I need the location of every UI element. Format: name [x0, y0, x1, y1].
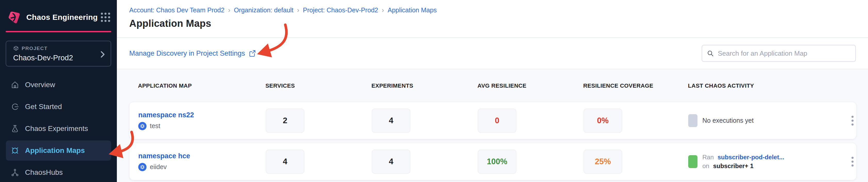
sidebar-item-get-started[interactable]: Get Started [6, 97, 111, 117]
module-grid-icon[interactable] [101, 12, 110, 22]
activity-ran-label: Ran [703, 154, 714, 161]
activity-target: subscriber+ 1 [713, 162, 753, 170]
manage-discovery-link[interactable]: Manage Discovery in Project Settings [129, 50, 256, 58]
table-row[interactable]: namespace ns22 test 2 4 0 0% No executi [129, 102, 857, 139]
column-header-last-chaos-activity: LAST CHAOS ACTIVITY [688, 83, 838, 89]
brand-underline [6, 31, 111, 32]
experiments-count: 4 [372, 150, 410, 174]
app-title: Chaos Engineering [26, 13, 98, 22]
column-header-resilience-coverage: RESILIENCE COVERAGE [583, 83, 688, 89]
table-row[interactable]: namespace hce eiidev 4 4 100% 25% [129, 143, 857, 180]
breadcrumb-separator: › [228, 6, 230, 14]
harness-chaos-logo-icon [7, 10, 21, 25]
application-map-link[interactable]: namespace ns22 [138, 111, 194, 119]
breadcrumb: Account: Chaos Dev Team Prod2 › Organiza… [129, 6, 868, 14]
chevron-right-icon [100, 51, 105, 58]
sidebar-item-chaos-experiments[interactable]: Chaos Experiments [6, 119, 111, 139]
toolbar: Manage Discovery in Project Settings [117, 38, 868, 69]
page-title: Application Maps [129, 18, 868, 29]
kubernetes-icon [138, 122, 147, 130]
get-started-icon [10, 102, 20, 111]
environment-name: test [150, 122, 160, 130]
project-label: PROJECT [22, 46, 48, 51]
search-icon [707, 50, 714, 57]
activity-experiment-link[interactable]: subscriber-pod-delet... [718, 154, 784, 161]
application-map-cell: namespace hce eiidev [138, 152, 266, 171]
environment-name: eiidev [150, 163, 167, 171]
last-chaos-activity-cell: No executions yet [688, 114, 838, 127]
sidebar-item-application-maps[interactable]: Application Maps [6, 141, 111, 161]
sidebar-item-label: Overview [25, 81, 55, 89]
breadcrumb-separator: › [382, 6, 384, 14]
project-name: Chaos-Dev-Prod2 [13, 54, 106, 62]
activity-text: No executions yet [703, 117, 754, 124]
resilience-coverage-value: 0% [584, 109, 622, 133]
services-count: 2 [266, 109, 304, 133]
cube-icon [13, 46, 19, 51]
external-link-icon [248, 50, 256, 57]
breadcrumb-application-maps[interactable]: Application Maps [388, 6, 437, 14]
search-input[interactable] [718, 50, 851, 58]
application-map-link[interactable]: namespace hce [138, 152, 190, 160]
kubernetes-icon [138, 163, 147, 171]
sidebar: Chaos Engineering PROJECT Chaos-Dev-Prod… [0, 0, 117, 182]
breadcrumb-project[interactable]: Project: Chaos-Dev-Prod2 [303, 6, 378, 14]
activity-status-swatch [688, 114, 698, 127]
sidebar-item-label: ChaosHubs [25, 168, 63, 177]
services-count: 4 [266, 150, 304, 174]
activity-status-swatch [688, 155, 698, 168]
column-header-avg-resilience: AVG RESILIENCE [477, 83, 583, 89]
sidebar-item-label: Application Maps [25, 146, 85, 155]
activity-on-label: on [703, 162, 709, 170]
home-icon [10, 80, 20, 89]
application-map-cell: namespace ns22 test [138, 111, 266, 130]
column-header-services: SERVICES [266, 83, 371, 89]
sidebar-nav: Overview Get Started Chaos Experiments [0, 75, 117, 182]
application-maps-icon [10, 146, 20, 155]
page-header: Account: Chaos Dev Team Prod2 › Organiza… [117, 0, 868, 38]
avg-resilience-value: 100% [478, 150, 517, 174]
sidebar-item-label: Chaos Experiments [25, 124, 88, 133]
last-chaos-activity-cell: Ran subscriber-pod-delet... on subscribe… [688, 153, 838, 171]
sidebar-item-label: Get Started [25, 102, 62, 111]
application-maps-table: APPLICATION MAP SERVICES EXPERIMENTS AVG… [117, 70, 868, 182]
manage-discovery-label: Manage Discovery in Project Settings [129, 50, 245, 58]
column-header-experiments: EXPERIMENTS [371, 83, 477, 89]
project-selector[interactable]: PROJECT Chaos-Dev-Prod2 [6, 41, 111, 66]
breadcrumb-separator: › [297, 6, 300, 14]
sidebar-item-chaoshubs[interactable]: ChaosHubs [6, 162, 111, 182]
row-menu-kebab-icon[interactable] [851, 116, 856, 125]
experiments-count: 4 [372, 109, 410, 133]
breadcrumb-account[interactable]: Account: Chaos Dev Team Prod2 [129, 6, 224, 14]
sidebar-item-overview[interactable]: Overview [6, 75, 111, 95]
avg-resilience-value: 0 [478, 109, 517, 133]
resilience-coverage-value: 25% [584, 150, 622, 174]
column-header-application-map: APPLICATION MAP [138, 83, 266, 89]
hub-network-icon [10, 168, 20, 177]
main-content: Account: Chaos Dev Team Prod2 › Organiza… [117, 0, 868, 182]
row-menu-kebab-icon[interactable] [851, 157, 856, 166]
brand-header: Chaos Engineering [0, 0, 117, 25]
flask-icon [10, 124, 20, 133]
table-header-row: APPLICATION MAP SERVICES EXPERIMENTS AVG… [129, 70, 857, 102]
search-box [702, 45, 856, 62]
breadcrumb-organization[interactable]: Organization: default [234, 6, 293, 14]
